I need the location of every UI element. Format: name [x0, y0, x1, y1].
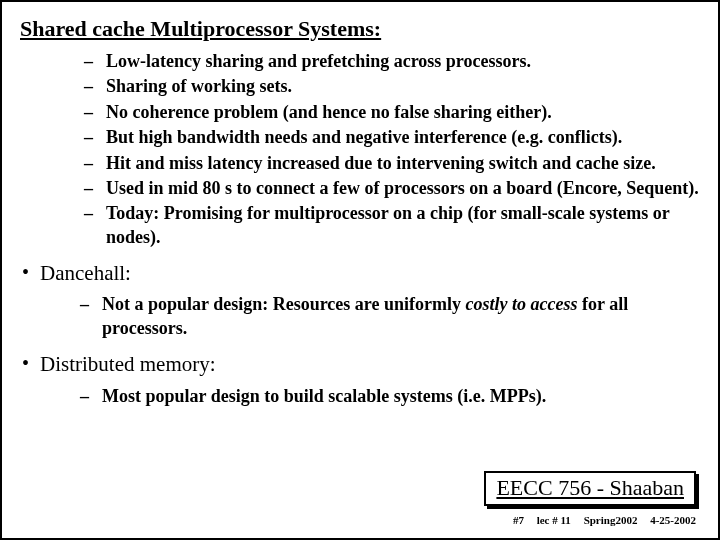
slide-number: #7 — [513, 514, 524, 526]
slide: Shared cache Multiprocessor Systems: Low… — [0, 0, 720, 540]
slide-title: Shared cache Multiprocessor Systems: — [20, 16, 702, 42]
dancehall-section: Dancehall: Not a popular design: Resourc… — [22, 259, 702, 340]
list-item: Used in mid 80 s to connect a few of pro… — [84, 177, 702, 200]
lecture-number: lec # 11 — [537, 514, 571, 526]
list-item: No coherence problem (and hence no false… — [84, 101, 702, 124]
distmem-list: Most popular design to build scalable sy… — [40, 385, 702, 408]
footer-credit-box: EECC 756 - Shaaban — [484, 471, 696, 506]
list-item: Hit and miss latency increased due to in… — [84, 152, 702, 175]
list-item: Today: Promising for multiprocessor on a… — [84, 202, 702, 249]
text: Not a popular design: Resources are unif… — [102, 294, 466, 314]
footer-meta: #7 lec # 11 Spring2002 4-25-2002 — [513, 514, 696, 526]
main-list: Dancehall: Not a popular design: Resourc… — [22, 259, 702, 408]
list-item: Low-latency sharing and prefetching acro… — [84, 50, 702, 73]
list-item: Sharing of working sets. — [84, 75, 702, 98]
dancehall-heading: Dancehall: — [40, 261, 131, 285]
term: Spring2002 — [584, 514, 638, 526]
list-item: Most popular design to build scalable sy… — [80, 385, 702, 408]
distmem-section: Distributed memory: Most popular design … — [22, 350, 702, 408]
shared-cache-list: Low-latency sharing and prefetching acro… — [18, 50, 702, 249]
list-item: Not a popular design: Resources are unif… — [80, 293, 702, 340]
date: 4-25-2002 — [650, 514, 696, 526]
list-item: But high bandwidth needs and negative in… — [84, 126, 702, 149]
distmem-heading: Distributed memory: — [40, 352, 216, 376]
emphasis: costly to access — [466, 294, 578, 314]
dancehall-list: Not a popular design: Resources are unif… — [40, 293, 702, 340]
